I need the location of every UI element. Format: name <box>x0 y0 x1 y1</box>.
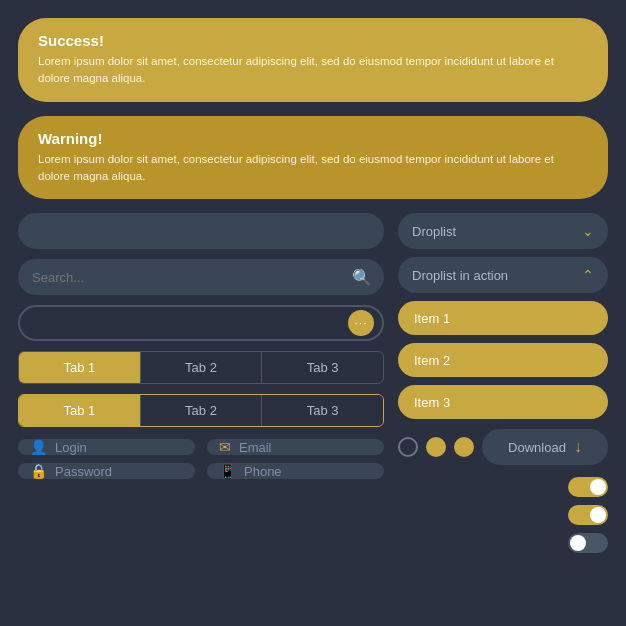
droplist-collapsed[interactable]: Droplist ⌄ <box>398 213 608 249</box>
droplist-item-2[interactable]: Item 2 <box>398 343 608 377</box>
toggle-on-2-knob <box>590 507 606 523</box>
warning-title: Warning! <box>38 130 588 147</box>
download-row: Download ↓ <box>398 429 608 465</box>
main-area: 🔍 ··· Tab 1 Tab 2 Tab 3 Tab 1 Tab 2 Tab … <box>18 213 608 553</box>
success-alert: Success! Lorem ipsum dolor sit amet, con… <box>18 18 608 102</box>
email-label: Email <box>239 440 272 455</box>
dots-badge: ··· <box>348 310 374 336</box>
tabs-row-1: Tab 1 Tab 2 Tab 3 <box>18 351 384 384</box>
toggle-on[interactable] <box>568 477 608 497</box>
email-field[interactable]: ✉ Email <box>207 439 384 455</box>
password-field[interactable]: 🔒 Password <box>18 463 195 479</box>
download-label: Download <box>508 440 566 455</box>
user-icon: 👤 <box>30 439 47 455</box>
droplist-item-3[interactable]: Item 3 <box>398 385 608 419</box>
success-text: Lorem ipsum dolor sit amet, consectetur … <box>38 53 588 88</box>
dots-input[interactable] <box>18 305 384 341</box>
tab-3-row1[interactable]: Tab 3 <box>262 352 383 383</box>
lock-icon: 🔒 <box>30 463 47 479</box>
email-icon: ✉ <box>219 439 231 455</box>
chevron-up-icon: ⌃ <box>582 267 594 283</box>
right-column: Droplist ⌄ Droplist in action ⌃ Item 1 I… <box>398 213 608 553</box>
toggle-on-2[interactable] <box>568 505 608 525</box>
phone-field[interactable]: 📱 Phone <box>207 463 384 479</box>
droplist-item-1[interactable]: Item 1 <box>398 301 608 335</box>
phone-icon: 📱 <box>219 463 236 479</box>
success-title: Success! <box>38 32 588 49</box>
radio-filled[interactable] <box>426 437 446 457</box>
download-arrow-icon: ↓ <box>574 438 582 456</box>
tab-1-row1[interactable]: Tab 1 <box>19 352 141 383</box>
toggle-off[interactable] <box>568 533 608 553</box>
login-field[interactable]: 👤 Login <box>18 439 195 455</box>
download-button[interactable]: Download ↓ <box>482 429 608 465</box>
phone-label: Phone <box>244 464 282 479</box>
radio-empty-1[interactable] <box>398 437 418 457</box>
search-icon: 🔍 <box>352 268 372 287</box>
left-column: 🔍 ··· Tab 1 Tab 2 Tab 3 Tab 1 Tab 2 Tab … <box>18 213 384 553</box>
text-input[interactable] <box>18 213 384 249</box>
tab-2-row2[interactable]: Tab 2 <box>141 395 263 426</box>
tabs-row-2: Tab 1 Tab 2 Tab 3 <box>18 394 384 427</box>
toggle-on-knob <box>590 479 606 495</box>
radio-filled-2[interactable] <box>454 437 474 457</box>
search-wrapper: 🔍 <box>18 259 384 295</box>
toggles-area <box>398 477 608 553</box>
tab-1-row2[interactable]: Tab 1 <box>19 395 141 426</box>
droplist-expanded-label: Droplist in action <box>412 268 508 283</box>
left-inputs: 👤 Login 🔒 Password <box>18 439 195 479</box>
search-input[interactable] <box>18 259 384 295</box>
tab-3-row2[interactable]: Tab 3 <box>262 395 383 426</box>
warning-alert: Warning! Lorem ipsum dolor sit amet, con… <box>18 116 608 200</box>
toggles-col <box>568 477 608 553</box>
password-label: Password <box>55 464 112 479</box>
login-label: Login <box>55 440 87 455</box>
right-inputs: ✉ Email 📱 Phone <box>207 439 384 479</box>
toggle-off-knob <box>570 535 586 551</box>
chevron-down-icon: ⌄ <box>582 223 594 239</box>
droplist-expanded[interactable]: Droplist in action ⌃ <box>398 257 608 293</box>
dots-input-wrapper: ··· <box>18 305 384 341</box>
bottom-inputs: 👤 Login 🔒 Password ✉ Email 📱 Phone <box>18 439 384 479</box>
droplist-label: Droplist <box>412 224 456 239</box>
tab-2-row1[interactable]: Tab 2 <box>141 352 263 383</box>
warning-text: Lorem ipsum dolor sit amet, consectetur … <box>38 151 588 186</box>
